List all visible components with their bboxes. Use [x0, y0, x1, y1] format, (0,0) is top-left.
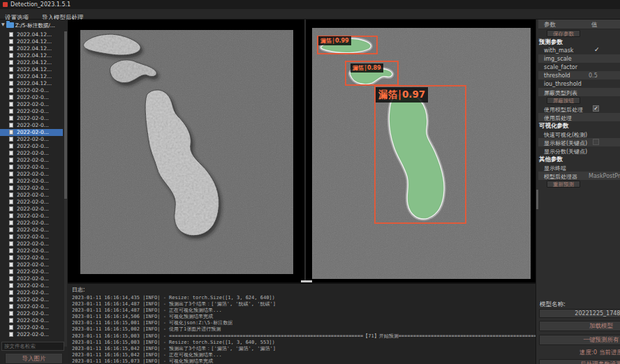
param-button[interactable]: 屏蔽按钮: [547, 97, 580, 104]
tree-item-label: 2022-02-0...: [9, 303, 49, 310]
tree-item-label: 2022-02-0...: [9, 248, 49, 254]
tree-file-item[interactable]: 2022.04.12...: [0, 45, 63, 52]
file-icon: [9, 46, 13, 51]
import-images-button[interactable]: 导入图片: [5, 353, 63, 364]
tree-file-item[interactable]: 2022-02-0...: [0, 108, 63, 115]
tree-file-item[interactable]: 2022-02-0...: [0, 143, 63, 150]
file-icon: [9, 276, 13, 281]
tree-file-item[interactable]: 2022-02-0...: [0, 122, 63, 129]
tree-file-item[interactable]: 2022-02-0...: [0, 275, 63, 282]
tree-file-item[interactable]: 2022-02-0...: [0, 289, 63, 296]
log-lines[interactable]: 2023-01-11 16:16:14,435 |INFO| - Resize:…: [72, 295, 536, 364]
tree-scrollbar[interactable]: [64, 31, 67, 347]
tree-file-item[interactable]: 2022.04.12...: [0, 59, 63, 66]
tree-file-item[interactable]: 2022-02-0...: [0, 331, 63, 338]
file-icon: [9, 318, 13, 323]
tree-item-label: 2022-02-0...: [9, 136, 49, 142]
tree-file-item[interactable]: 2022-02-0...: [0, 303, 63, 310]
param-row: with_mask✓: [538, 46, 620, 54]
tree-file-item[interactable]: 2022-02-0...: [0, 157, 63, 164]
tree-item-label: 2022.04.12...: [9, 59, 52, 66]
tree-file-item[interactable]: 2022-02-0...: [0, 192, 63, 199]
prediction-image[interactable]: [312, 28, 531, 279]
param-button[interactable]: 重新预测: [547, 181, 580, 188]
tree-file-item[interactable]: 2022.04.12...: [0, 52, 63, 59]
tree-file-item[interactable]: 2022-02-0...: [0, 317, 63, 324]
tree-file-item[interactable]: 2022.04.12...: [0, 80, 63, 87]
tree-file-item[interactable]: 2022.04.12...: [0, 66, 63, 73]
log-line: 2023-01-11 16:16:15,042 |INFO| - 预测出了3个结…: [72, 346, 536, 352]
tree-file-item[interactable]: 2022-02-0...: [0, 220, 63, 227]
tree-file-item[interactable]: 2022-02-0...: [0, 268, 63, 275]
checkbox[interactable]: ✓: [593, 105, 599, 112]
tree-file-item[interactable]: 2022-02-0...: [0, 310, 63, 317]
predict-all-button[interactable]: 一键预测所有: [539, 335, 620, 345]
file-icon: [9, 269, 13, 274]
file-icon: [9, 144, 13, 149]
tree-file-item[interactable]: 2022.04.12...: [0, 38, 63, 45]
param-row: 快速可视化(检测): [538, 130, 620, 138]
tree-file-item[interactable]: 2022-02-0...: [0, 164, 63, 171]
param-value[interactable]: 0.5: [589, 73, 598, 79]
file-icon: [9, 192, 13, 197]
tree-scrollbar-handle[interactable]: [64, 31, 67, 199]
tree-item-label: 2022-02-0...: [9, 171, 49, 177]
tree-item-label: 2022.04.12...: [9, 73, 52, 79]
value-column-header: 值: [591, 21, 598, 29]
tree-file-item[interactable]: 2022-02-0...: [0, 324, 63, 331]
detection-label: 漏箔|0.89: [350, 63, 383, 73]
log-line: 2023-01-11 16:16:14,506 |INFO| - 可视化预测结果…: [72, 314, 536, 320]
file-icon: [9, 158, 13, 162]
tree-file-item[interactable]: 2022-02-0...: [0, 87, 63, 94]
expand-arrow-icon[interactable]: ▼: [1, 22, 5, 26]
tree-file-item[interactable]: 2022-02-0...: [0, 178, 63, 185]
tree-file-item[interactable]: 2022-02-0...: [0, 248, 63, 255]
checkbox[interactable]: [593, 139, 599, 145]
model-name-field[interactable]: 20221225_174813: [539, 309, 620, 318]
tree-file-item[interactable]: 2022-02-0...: [0, 255, 63, 261]
tree-file-item[interactable]: 2022-02-0...: [0, 129, 63, 136]
tree-file-item[interactable]: 2022-02-0...: [0, 185, 63, 192]
tree-file-item[interactable]: 2022-02-0...: [0, 94, 63, 101]
original-image[interactable]: [80, 30, 293, 274]
param-value[interactable]: MaskPostPro: [589, 173, 620, 179]
checkmark-icon[interactable]: ✓: [594, 46, 600, 53]
tree-file-item[interactable]: 2022.04.12...: [0, 31, 63, 38]
tree-file-item[interactable]: 2022-02-0...: [0, 199, 63, 206]
tree-file-item[interactable]: 2022.04.12...: [0, 73, 63, 80]
file-search-input[interactable]: [1, 342, 64, 351]
file-icon: [9, 311, 13, 316]
param-row: 使用后处理: [538, 113, 620, 121]
image-viewer-area: 漏箔|0.99 漏箔|0.89 漏箔|0.97: [68, 20, 536, 282]
tree-item-label: 2022-02-0...: [9, 192, 49, 198]
tree-file-item[interactable]: 2022-02-0...: [0, 241, 63, 248]
tree-root-node[interactable]: ▼Z:/5-标注数据/...: [1, 22, 55, 30]
postprocess-settings-button[interactable]: 后处理参数设置: [539, 359, 620, 364]
file-icon: [9, 213, 13, 218]
panel-scrollbar-handle[interactable]: [536, 190, 538, 209]
tree-file-item[interactable]: 2022-02-0...: [0, 101, 63, 108]
file-icon: [9, 199, 13, 204]
file-icon: [9, 304, 13, 309]
tree-file-item[interactable]: 2022-02-0...: [0, 115, 63, 122]
tree-file-item[interactable]: 2022-02-0...: [0, 150, 63, 157]
file-icon: [9, 67, 13, 72]
param-button[interactable]: 保存参数: [547, 30, 580, 37]
tree-file-item[interactable]: 2022-02-0...: [0, 206, 63, 213]
tree-file-item[interactable]: 2022-02-0...: [0, 296, 63, 303]
file-icon: [9, 248, 13, 253]
load-model-button[interactable]: 加载模型: [539, 321, 620, 331]
tree-file-item[interactable]: 2022-02-0...: [0, 261, 63, 268]
tree-file-item[interactable]: 2022-02-0...: [0, 234, 63, 241]
tree-file-item[interactable]: 2022-02-0...: [0, 213, 63, 220]
tree-file-item[interactable]: 2022-02-0...: [0, 282, 63, 289]
tree-file-item[interactable]: 2022-02-0...: [0, 136, 63, 143]
file-icon: [9, 234, 13, 239]
log-line: 2023-01-11 16:16:15,002 |INFO| - 使用了1张图片…: [72, 326, 536, 333]
tree-item-label: 2022-02-0...: [9, 213, 49, 219]
file-icon: [9, 32, 13, 37]
tree-file-item[interactable]: 2022-02-0...: [0, 227, 63, 234]
tree-file-item[interactable]: 2022-02-0...: [0, 171, 63, 178]
tree-item-label: 2022-02-0...: [9, 206, 49, 212]
tree-item-label: 2022-02-0...: [9, 164, 49, 170]
